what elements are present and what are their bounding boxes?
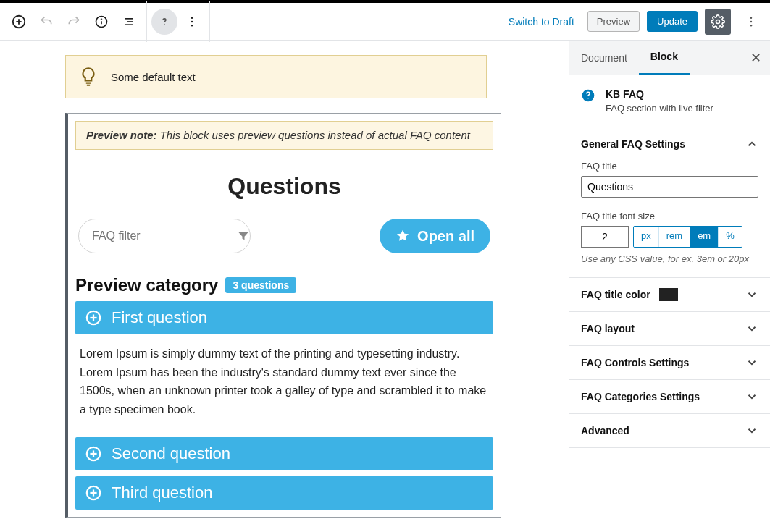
add-block-button[interactable] bbox=[6, 9, 32, 35]
svg-point-5 bbox=[101, 19, 102, 20]
tip-block[interactable]: Some default text bbox=[65, 55, 487, 98]
question-row[interactable]: Third question bbox=[75, 476, 493, 510]
svg-point-12 bbox=[191, 20, 193, 22]
category-label: Preview category bbox=[75, 275, 218, 295]
block-description: KB FAQ FAQ section with live filter bbox=[569, 75, 770, 127]
tab-document[interactable]: Document bbox=[569, 41, 639, 75]
panel-layout-header[interactable]: FAQ layout bbox=[569, 312, 770, 345]
outline-button[interactable] bbox=[116, 9, 142, 35]
panel-general-header[interactable]: General FAQ Settings bbox=[569, 127, 770, 161]
faq-filter-input-wrap[interactable] bbox=[78, 219, 251, 253]
help-circle-icon bbox=[581, 88, 595, 103]
svg-point-17 bbox=[750, 25, 752, 26]
color-swatch bbox=[659, 288, 678, 301]
font-size-number-input[interactable] bbox=[581, 226, 629, 248]
panel-general: General FAQ Settings FAQ title FAQ title… bbox=[569, 127, 770, 278]
chevron-down-icon bbox=[745, 424, 758, 437]
block-title: KB FAQ bbox=[606, 88, 713, 100]
unit-percent-button[interactable]: % bbox=[719, 227, 742, 247]
plus-circle-icon bbox=[85, 446, 101, 462]
svg-point-28 bbox=[587, 98, 589, 99]
preview-note-text: This block uses preview questions instea… bbox=[157, 129, 470, 141]
sidebar-tabs: Document Block ✕ bbox=[569, 41, 770, 75]
plus-circle-icon bbox=[85, 485, 101, 501]
chevron-down-icon bbox=[745, 322, 758, 335]
font-size-field-label: FAQ title font size bbox=[581, 211, 758, 221]
tab-block[interactable]: Block bbox=[639, 41, 690, 75]
answer-body: Lorem Ipsum is simply dummy text of the … bbox=[75, 334, 493, 431]
preview-note-label: Preview note: bbox=[86, 129, 157, 141]
faq-block[interactable]: Preview note: This block uses preview qu… bbox=[65, 113, 501, 518]
question-row[interactable]: First question bbox=[75, 301, 493, 334]
chevron-down-icon bbox=[745, 288, 758, 301]
tip-text: Some default text bbox=[111, 71, 196, 83]
question-row[interactable]: Second question bbox=[75, 437, 493, 470]
faq-title-field-label: FAQ title bbox=[581, 161, 758, 172]
switch-to-draft-link[interactable]: Switch to Draft bbox=[503, 16, 580, 28]
chevron-up-icon bbox=[745, 138, 758, 151]
close-sidebar-button[interactable]: ✕ bbox=[741, 50, 770, 66]
category-heading: Preview category 3 questions bbox=[75, 275, 493, 295]
panel-advanced-header[interactable]: Advanced bbox=[569, 414, 770, 447]
lightbulb-icon bbox=[79, 66, 98, 88]
svg-point-13 bbox=[191, 25, 193, 26]
panel-controls-header[interactable]: FAQ Controls Settings bbox=[569, 346, 770, 379]
redo-button[interactable] bbox=[61, 9, 87, 35]
plus-circle-icon bbox=[85, 310, 101, 326]
svg-point-10 bbox=[164, 23, 164, 24]
info-button[interactable] bbox=[88, 9, 114, 35]
preview-note: Preview note: This block uses preview qu… bbox=[75, 121, 493, 150]
unit-px-button[interactable]: px bbox=[634, 227, 659, 247]
block-subtitle: FAQ section with live filter bbox=[606, 103, 713, 114]
preview-button[interactable]: Preview bbox=[587, 11, 640, 32]
faq-heading: Questions bbox=[75, 173, 493, 200]
open-all-label: Open all bbox=[417, 228, 474, 245]
svg-point-15 bbox=[750, 17, 752, 18]
editor-canvas: Some default text Preview note: This blo… bbox=[0, 41, 569, 532]
chevron-down-icon bbox=[745, 390, 758, 403]
unit-em-button[interactable]: em bbox=[690, 227, 719, 247]
question-label: Third question bbox=[112, 484, 212, 502]
unit-toggle-group: px rem em % bbox=[633, 226, 742, 248]
editor-more-button[interactable] bbox=[738, 9, 764, 35]
question-count-badge: 3 questions bbox=[225, 277, 296, 293]
undo-button[interactable] bbox=[33, 9, 59, 35]
unit-rem-button[interactable]: rem bbox=[659, 227, 690, 247]
panel-title-color-header[interactable]: FAQ title color bbox=[569, 278, 770, 311]
panel-categories-header[interactable]: FAQ Categories Settings bbox=[569, 380, 770, 413]
svg-point-16 bbox=[750, 20, 752, 22]
svg-point-14 bbox=[716, 20, 720, 23]
chevron-down-icon bbox=[745, 356, 758, 369]
open-all-button[interactable]: Open all bbox=[380, 219, 490, 253]
faq-title-input[interactable] bbox=[581, 176, 758, 198]
filter-icon bbox=[237, 229, 250, 242]
faq-filter-input[interactable] bbox=[92, 229, 237, 242]
inspector-sidebar: Document Block ✕ KB FAQ FAQ section with… bbox=[569, 41, 770, 532]
update-button[interactable]: Update bbox=[647, 11, 698, 32]
question-label: Second question bbox=[112, 444, 230, 463]
editor-toolbar: Switch to Draft Preview Update bbox=[0, 0, 770, 41]
settings-button[interactable] bbox=[705, 9, 731, 35]
svg-point-11 bbox=[191, 17, 193, 18]
font-size-help: Use any CSS value, for ex. 3em or 20px bbox=[581, 253, 758, 264]
star-icon bbox=[396, 229, 410, 243]
question-label: First question bbox=[112, 308, 207, 327]
toolbar-more-button[interactable] bbox=[179, 9, 205, 35]
help-button[interactable] bbox=[151, 9, 177, 35]
